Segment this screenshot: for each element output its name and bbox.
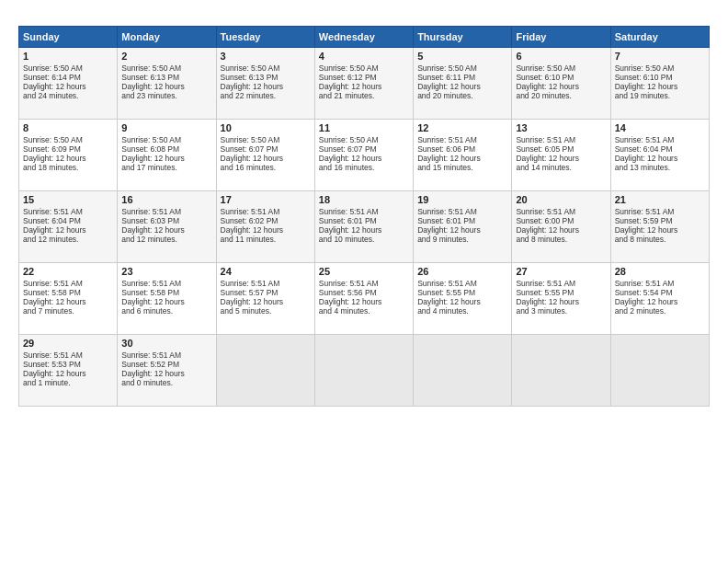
day-number: 22 xyxy=(23,266,113,277)
cell-line: Daylight: 12 hours xyxy=(121,297,211,306)
cell-line: and 4 minutes. xyxy=(417,306,507,316)
cell-line: Sunset: 6:14 PM xyxy=(23,73,113,82)
cell-line: Daylight: 12 hours xyxy=(615,154,705,163)
cell-line: Daylight: 12 hours xyxy=(121,154,211,163)
cell-line: Daylight: 12 hours xyxy=(23,225,113,235)
cell-line: Sunset: 5:57 PM xyxy=(221,288,311,297)
cell-line: Sunrise: 5:50 AM xyxy=(417,63,507,73)
cell-line: and 10 minutes. xyxy=(319,235,409,244)
cell-line: Daylight: 12 hours xyxy=(615,225,705,235)
cell-line: Sunrise: 5:51 AM xyxy=(417,135,507,144)
calendar-cell: 20Sunrise: 5:51 AMSunset: 6:00 PMDayligh… xyxy=(512,191,610,263)
cell-line: and 1 minute. xyxy=(23,378,113,387)
cell-line: Sunset: 6:02 PM xyxy=(221,216,311,225)
cell-line: Sunset: 6:13 PM xyxy=(221,73,311,82)
cell-line: Sunrise: 5:51 AM xyxy=(417,207,507,216)
cell-line: Daylight: 12 hours xyxy=(23,154,113,163)
col-header-friday: Friday xyxy=(512,27,610,48)
day-number: 30 xyxy=(121,338,211,349)
cell-line: and 21 minutes. xyxy=(319,91,409,100)
cell-line: and 16 minutes. xyxy=(221,163,311,172)
day-number: 12 xyxy=(417,122,507,133)
cell-line: and 5 minutes. xyxy=(221,306,311,316)
cell-line: Sunrise: 5:50 AM xyxy=(319,63,409,73)
cell-line: Daylight: 12 hours xyxy=(221,297,311,306)
day-number: 5 xyxy=(417,51,507,62)
cell-line: Sunrise: 5:50 AM xyxy=(615,63,705,73)
day-number: 21 xyxy=(615,194,705,205)
cell-line: Sunset: 5:58 PM xyxy=(121,288,211,297)
cell-line: Daylight: 12 hours xyxy=(417,82,507,91)
cell-line: Daylight: 12 hours xyxy=(23,297,113,306)
calendar-cell: 5Sunrise: 5:50 AMSunset: 6:11 PMDaylight… xyxy=(414,48,512,120)
calendar-cell: 29Sunrise: 5:51 AMSunset: 5:53 PMDayligh… xyxy=(19,335,118,407)
day-number: 19 xyxy=(417,194,507,205)
cell-line: Sunset: 6:06 PM xyxy=(417,144,507,154)
cell-line: and 13 minutes. xyxy=(615,163,705,172)
cell-line: and 8 minutes. xyxy=(615,235,705,244)
calendar-cell: 28Sunrise: 5:51 AMSunset: 5:54 PMDayligh… xyxy=(610,263,709,335)
calendar-cell xyxy=(512,335,610,407)
cell-line: Sunset: 6:05 PM xyxy=(516,144,606,154)
cell-line: Sunset: 6:03 PM xyxy=(121,216,211,225)
cell-line: Sunset: 6:11 PM xyxy=(417,73,507,82)
header-row: SundayMondayTuesdayWednesdayThursdayFrid… xyxy=(19,27,710,48)
cell-line: and 23 minutes. xyxy=(121,91,211,100)
col-header-tuesday: Tuesday xyxy=(216,27,314,48)
calendar-cell: 7Sunrise: 5:50 AMSunset: 6:10 PMDaylight… xyxy=(610,48,709,120)
cell-line: Daylight: 12 hours xyxy=(121,369,211,378)
calendar-cell: 15Sunrise: 5:51 AMSunset: 6:04 PMDayligh… xyxy=(19,191,118,263)
cell-line: and 24 minutes. xyxy=(23,91,113,100)
cell-line: Daylight: 12 hours xyxy=(417,154,507,163)
cell-line: Sunset: 6:00 PM xyxy=(516,216,606,225)
cell-line: and 9 minutes. xyxy=(417,235,507,244)
day-number: 9 xyxy=(121,122,211,133)
cell-line: and 8 minutes. xyxy=(516,235,606,244)
calendar-cell xyxy=(610,335,709,407)
calendar-cell: 30Sunrise: 5:51 AMSunset: 5:52 PMDayligh… xyxy=(118,335,216,407)
day-number: 26 xyxy=(417,266,507,277)
cell-line: Sunrise: 5:51 AM xyxy=(615,207,705,216)
calendar-cell: 25Sunrise: 5:51 AMSunset: 5:56 PMDayligh… xyxy=(314,263,413,335)
cell-line: Sunrise: 5:51 AM xyxy=(319,207,409,216)
day-number: 25 xyxy=(319,266,409,277)
day-number: 29 xyxy=(23,338,113,349)
calendar-cell: 14Sunrise: 5:51 AMSunset: 6:04 PMDayligh… xyxy=(610,120,709,191)
week-row-1: 1Sunrise: 5:50 AMSunset: 6:14 PMDaylight… xyxy=(19,48,710,120)
cell-line: and 14 minutes. xyxy=(516,163,606,172)
calendar-cell: 9Sunrise: 5:50 AMSunset: 6:08 PMDaylight… xyxy=(118,120,216,191)
calendar-cell: 21Sunrise: 5:51 AMSunset: 5:59 PMDayligh… xyxy=(610,191,709,263)
day-number: 3 xyxy=(221,51,311,62)
cell-line: Sunrise: 5:51 AM xyxy=(516,135,606,144)
cell-line: Daylight: 12 hours xyxy=(23,82,113,91)
cell-line: Sunset: 6:10 PM xyxy=(516,73,606,82)
day-number: 10 xyxy=(221,122,311,133)
day-number: 16 xyxy=(121,194,211,205)
cell-line: Sunset: 6:08 PM xyxy=(121,144,211,154)
calendar-cell: 13Sunrise: 5:51 AMSunset: 6:05 PMDayligh… xyxy=(512,120,610,191)
col-header-sunday: Sunday xyxy=(19,27,118,48)
day-number: 13 xyxy=(516,122,606,133)
day-number: 28 xyxy=(615,266,705,277)
cell-line: Sunset: 6:13 PM xyxy=(121,73,211,82)
cell-line: Daylight: 12 hours xyxy=(319,154,409,163)
cell-line: Sunrise: 5:50 AM xyxy=(23,135,113,144)
day-number: 17 xyxy=(221,194,311,205)
cell-line: Sunrise: 5:51 AM xyxy=(615,135,705,144)
cell-line: Sunrise: 5:51 AM xyxy=(221,279,311,288)
cell-line: Sunset: 6:10 PM xyxy=(615,73,705,82)
cell-line: Sunset: 6:04 PM xyxy=(23,216,113,225)
calendar-cell: 23Sunrise: 5:51 AMSunset: 5:58 PMDayligh… xyxy=(118,263,216,335)
cell-line: Daylight: 12 hours xyxy=(615,297,705,306)
cell-line: Sunrise: 5:51 AM xyxy=(23,279,113,288)
cell-line: Daylight: 12 hours xyxy=(221,82,311,91)
day-number: 8 xyxy=(23,122,113,133)
cell-line: Sunrise: 5:50 AM xyxy=(516,63,606,73)
cell-line: and 20 minutes. xyxy=(516,91,606,100)
day-number: 6 xyxy=(516,51,606,62)
cell-line: Sunset: 6:09 PM xyxy=(23,144,113,154)
cell-line: Daylight: 12 hours xyxy=(615,82,705,91)
cell-line: Sunrise: 5:50 AM xyxy=(121,135,211,144)
day-number: 1 xyxy=(23,51,113,62)
cell-line: Sunset: 5:55 PM xyxy=(516,288,606,297)
